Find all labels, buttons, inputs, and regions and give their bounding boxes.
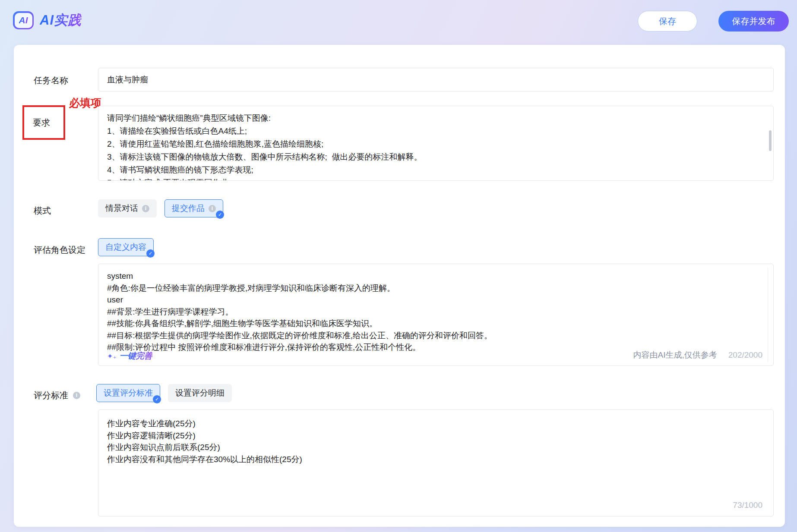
- selected-check-icon: ✓: [146, 249, 155, 258]
- app-title: AI实践: [40, 11, 82, 29]
- mode-option-submit-work[interactable]: 提交作品 i ✓: [164, 199, 223, 217]
- one-click-improve-button[interactable]: ✦₊ 一键完善: [107, 350, 152, 362]
- save-button[interactable]: 保存: [638, 11, 697, 31]
- info-icon[interactable]: i: [73, 392, 80, 399]
- requirements-text: 请同学们描绘“鳞状细胞癌”典型区域镜下图像: 1、请描绘在实验报告纸或白色A4纸…: [98, 106, 773, 181]
- scoring-label-row: 评分标准 i: [34, 390, 80, 401]
- tab-label: 设置评分明细: [175, 387, 225, 399]
- requirements-label: 要求: [33, 117, 50, 129]
- role-char-counter: 202/2000: [728, 350, 762, 360]
- logo-badge-text: AI: [19, 15, 28, 25]
- mode-option-label: 提交作品: [172, 203, 205, 214]
- header-actions: 保存 保存并发布: [638, 11, 789, 31]
- tab-set-scoring-details[interactable]: 设置评分明细: [168, 384, 232, 402]
- save-and-publish-button[interactable]: 保存并发布: [718, 11, 789, 31]
- tab-label: 设置评分标准: [104, 387, 153, 399]
- mode-options: 情景对话 i 提交作品 i ✓: [98, 199, 223, 217]
- selected-check-icon: ✓: [216, 211, 224, 219]
- one-click-improve-label: 一键完善: [120, 350, 152, 362]
- info-icon[interactable]: i: [142, 205, 149, 212]
- selected-check-icon: ✓: [153, 395, 161, 403]
- scoring-criteria-textarea[interactable]: 作业内容专业准确(25分) 作业内容逻辑清晰(25分) 作业内容知识点前后联系(…: [98, 409, 774, 516]
- scrollbar-track: [768, 268, 768, 362]
- scoring-criteria-text: 作业内容专业准确(25分) 作业内容逻辑清晰(25分) 作业内容知识点前后联系(…: [98, 410, 773, 465]
- role-prompt-text: system #角色:你是一位经验丰富的病理学教授,对病理学知识和临床诊断有深入…: [98, 264, 773, 353]
- tab-set-scoring-criteria[interactable]: 设置评分标准 ✓: [96, 384, 160, 402]
- task-name-label: 任务名称: [34, 75, 68, 86]
- scoring-criteria-label: 评分标准: [34, 390, 68, 401]
- custom-content-button[interactable]: 自定义内容 ✓: [98, 238, 154, 256]
- role-prompt-textarea[interactable]: system #角色:你是一位经验丰富的病理学教授,对病理学知识和临床诊断有深入…: [98, 264, 774, 366]
- ai-logo-icon: AI: [13, 11, 34, 29]
- scoring-tabs: 设置评分标准 ✓ 设置评分明细: [96, 384, 232, 402]
- sparkle-icon: ✦₊: [107, 352, 117, 360]
- app-logo: AI AI实践: [13, 11, 82, 29]
- mode-label: 模式: [34, 205, 51, 217]
- evaluation-role-label: 评估角色设定: [34, 244, 85, 256]
- required-field-note: 必填项: [69, 96, 101, 110]
- mode-option-label: 情景对话: [105, 203, 138, 214]
- ai-generated-notice: 内容由AI生成,仅供参考: [633, 349, 717, 361]
- role-preset-options: 自定义内容 ✓: [98, 238, 154, 256]
- custom-content-label: 自定义内容: [105, 242, 146, 253]
- role-box-footer: 内容由AI生成,仅供参考 202/2000: [633, 349, 762, 361]
- info-icon[interactable]: i: [209, 205, 216, 212]
- page: { "app": { "logo_badge": "AI", "logo_tit…: [0, 0, 797, 532]
- scoring-char-counter: 73/1000: [733, 501, 762, 510]
- requirements-textarea[interactable]: 请同学们描绘“鳞状细胞癌”典型区域镜下图像: 1、请描绘在实验报告纸或白色A4纸…: [98, 106, 774, 181]
- task-name-input[interactable]: [98, 68, 774, 91]
- scrollbar-thumb[interactable]: [769, 130, 772, 151]
- header: AI AI实践 保存 保存并发布: [0, 0, 797, 45]
- task-form-card: 任务名称 要求 必填项 请同学们描绘“鳞状细胞癌”典型区域镜下图像: 1、请描绘…: [14, 45, 785, 527]
- mode-option-dialogue[interactable]: 情景对话 i: [98, 199, 157, 217]
